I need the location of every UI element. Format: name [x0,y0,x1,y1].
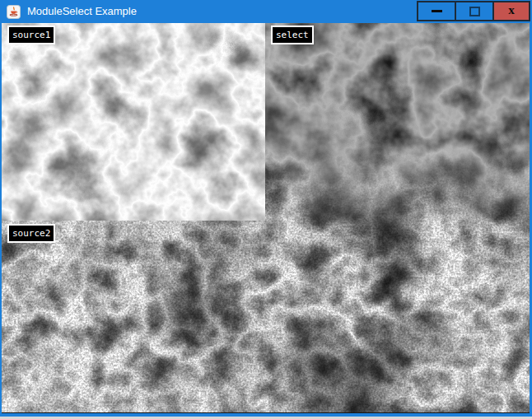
label-source1: source1 [7,26,55,44]
app-window: ModuleSelect Example x [0,0,532,419]
window-controls: x [417,1,530,21]
close-button[interactable]: x [492,1,530,21]
titlebar[interactable]: ModuleSelect Example x [0,0,532,23]
minimize-icon [432,10,442,12]
source1-texture-panel [2,23,265,221]
minimize-button[interactable] [417,1,456,21]
window-title: ModuleSelect Example [27,0,137,23]
maximize-icon [469,7,480,16]
close-icon: x [508,4,515,16]
label-source2: source2 [7,224,55,243]
java-coffee-cup-icon [7,5,21,19]
maximize-button[interactable] [455,1,494,21]
label-select: select [271,26,314,44]
render-canvas: source1 select source2 [2,23,530,413]
noise-textures [2,23,530,412]
